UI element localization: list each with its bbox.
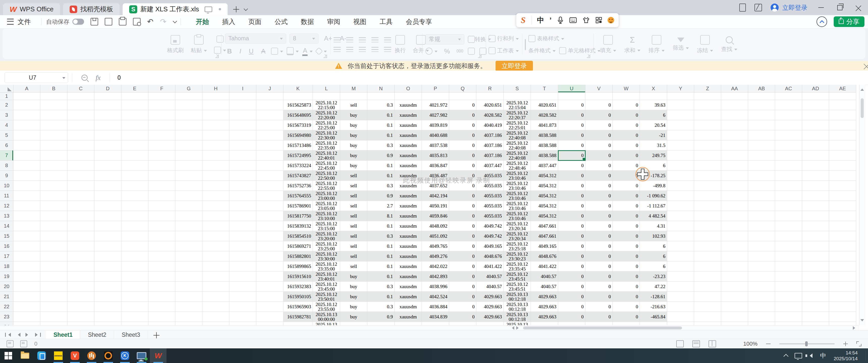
page-break-view-icon[interactable]: [709, 340, 716, 348]
cell-Q15[interactable]: 0: [449, 231, 476, 241]
cell-AE5[interactable]: [829, 130, 856, 140]
cell-R6[interactable]: 4037.186: [476, 140, 504, 151]
cell-D5[interactable]: [94, 130, 121, 140]
cell-U19[interactable]: 0: [558, 271, 585, 282]
cell-L20[interactable]: 2025.10.12 23:45:00: [313, 282, 340, 292]
cell-W23[interactable]: 0: [613, 312, 640, 322]
skin-shirt-icon[interactable]: [582, 17, 590, 24]
cell-M15[interactable]: sell: [340, 231, 367, 241]
cell-J18[interactable]: [256, 261, 283, 271]
cell-A7[interactable]: [13, 151, 40, 161]
cell-F5[interactable]: [148, 130, 175, 140]
cell-S20[interactable]: 2025.10.12 23:45:51: [504, 282, 531, 292]
cell-AD9[interactable]: [802, 171, 829, 181]
ime-language-toggle[interactable]: 中: [537, 15, 544, 25]
workspace-icon[interactable]: [754, 4, 762, 11]
cell-I13[interactable]: [229, 211, 256, 221]
cell-J8[interactable]: [256, 161, 283, 171]
cell-O17[interactable]: xauusdm: [395, 251, 422, 261]
cell-AE2[interactable]: [829, 100, 856, 110]
cell-U8[interactable]: 0: [558, 161, 585, 171]
cell-H20[interactable]: [203, 282, 229, 292]
filter-button[interactable]: 筛选: [673, 38, 689, 52]
cell-AB4[interactable]: [748, 120, 775, 130]
cell-Q16[interactable]: 0: [449, 241, 476, 251]
cut-icon[interactable]: [217, 36, 223, 43]
cell-G4[interactable]: [175, 120, 203, 130]
cell-AB19[interactable]: [748, 271, 775, 282]
show-desktop-divider[interactable]: [865, 351, 866, 361]
cell-N4[interactable]: 0.1: [367, 120, 395, 130]
cell-Z4[interactable]: [694, 120, 721, 130]
cell-I16[interactable]: [229, 241, 256, 251]
cell-S21[interactable]: 2025.10.13 00:12:18: [504, 292, 531, 302]
zoom-search-icon[interactable]: [82, 75, 88, 81]
cell-W2[interactable]: 0: [613, 100, 640, 110]
scroll-up-icon[interactable]: [861, 87, 864, 91]
col-header-S[interactable]: S: [504, 85, 531, 93]
menu-tab-页面[interactable]: 页面: [248, 16, 262, 28]
cell-AB22[interactable]: [748, 302, 775, 312]
cell-D1[interactable]: [94, 93, 121, 100]
cell-AD18[interactable]: [802, 261, 829, 271]
cell-A20[interactable]: [13, 282, 40, 292]
cell-AB21[interactable]: [748, 292, 775, 302]
cell-V17[interactable]: 0: [585, 251, 613, 261]
cell-Y24[interactable]: [667, 322, 694, 325]
cell-D24[interactable]: [94, 322, 121, 325]
cell-D21[interactable]: [94, 292, 121, 302]
cell-AE20[interactable]: [829, 282, 856, 292]
cell-Z2[interactable]: [694, 100, 721, 110]
cell-Y22[interactable]: [667, 302, 694, 312]
cell-A22[interactable]: [13, 302, 40, 312]
cell-U9[interactable]: 0: [558, 171, 585, 181]
row-header-6[interactable]: 6: [0, 140, 13, 151]
cell-T23[interactable]: 4029.663: [531, 312, 558, 322]
cell-A21[interactable]: [13, 292, 40, 302]
cell-Q19[interactable]: 0: [449, 271, 476, 282]
microphone-icon[interactable]: [557, 16, 564, 24]
taskbar-app-blue-app[interactable]: [33, 349, 50, 363]
cell-F1[interactable]: [148, 93, 175, 100]
borders-button[interactable]: [271, 47, 283, 55]
row-header-14[interactable]: 14: [0, 221, 13, 231]
cell-U14[interactable]: 0: [558, 221, 585, 231]
cell-AA8[interactable]: [721, 161, 748, 171]
col-header-Z[interactable]: Z: [694, 85, 721, 93]
formula-input[interactable]: 0: [118, 74, 121, 81]
cell-C12[interactable]: [67, 201, 94, 211]
cell-D12[interactable]: [94, 201, 121, 211]
cell-Q23[interactable]: 0: [449, 312, 476, 322]
col-header-AA[interactable]: AA: [721, 85, 748, 93]
cell-I14[interactable]: [229, 221, 256, 231]
cell-X21[interactable]: -128.61: [640, 292, 667, 302]
minimize-button[interactable]: [816, 2, 826, 12]
volume-icon[interactable]: [810, 354, 812, 358]
normal-view-icon[interactable]: [676, 340, 684, 348]
cell-K24[interactable]: 1616003154: [283, 322, 313, 325]
cell-D3[interactable]: [94, 110, 121, 120]
cell-G1[interactable]: [175, 93, 203, 100]
cell-AA5[interactable]: [721, 130, 748, 140]
col-header-G[interactable]: G: [175, 85, 203, 93]
cell-N24[interactable]: 2.7: [367, 322, 395, 325]
cell-G18[interactable]: [175, 261, 203, 271]
cell-V7[interactable]: 0: [585, 151, 613, 161]
cell-H9[interactable]: [203, 171, 229, 181]
scroll-left-icon[interactable]: [510, 326, 514, 330]
cell-C4[interactable]: [67, 120, 94, 130]
cell-B15[interactable]: [40, 231, 67, 241]
cell-Y12[interactable]: [667, 201, 694, 211]
cell-M4[interactable]: buy: [340, 120, 367, 130]
cell-U15[interactable]: 0: [558, 231, 585, 241]
cell-D16[interactable]: [94, 241, 121, 251]
cell-G24[interactable]: [175, 322, 203, 325]
cell-N3[interactable]: 0.1: [367, 110, 395, 120]
col-header-B[interactable]: B: [40, 85, 67, 93]
col-header-D[interactable]: D: [94, 85, 121, 93]
cell-AE18[interactable]: [829, 261, 856, 271]
cell-I5[interactable]: [229, 130, 256, 140]
cell-F24[interactable]: [148, 322, 175, 325]
cell-C6[interactable]: [67, 140, 94, 151]
row-header-9[interactable]: 9: [0, 171, 13, 181]
